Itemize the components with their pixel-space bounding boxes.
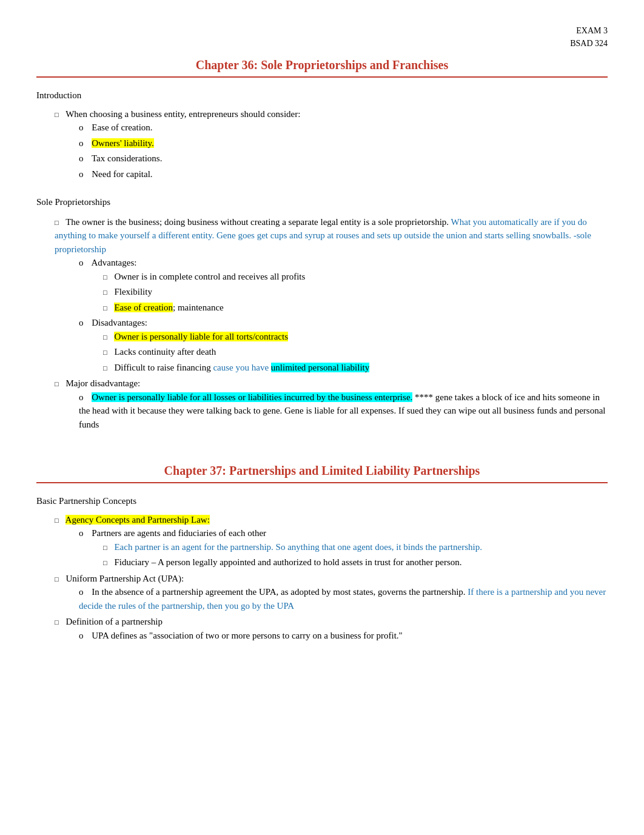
item-raise-financing: Difficult to raise financing cause you h… <box>103 361 608 375</box>
item-agency-concepts: Agency Concepts and Partnership Law: Par… <box>55 513 608 569</box>
item-definition-partnership: Definition of a partnership UPA defines … <box>55 615 608 642</box>
owners-liability-text: Owners' liability. <box>92 138 154 148</box>
ease-creation-highlighted: Ease of creation <box>114 303 173 312</box>
exam-line2: BSAD 324 <box>570 39 608 48</box>
item-advantages: Advantages: Owner is in complete control… <box>79 256 608 314</box>
section-partnership-concepts: Basic Partnership Concepts <box>36 494 608 508</box>
exam-line1: EXAM 3 <box>576 26 608 35</box>
introduction-list: When choosing a business entity, entrepr… <box>55 107 608 181</box>
partners-agents-subitems: Each partner is an agent for the partner… <box>103 540 608 569</box>
list-item-business-entity: When choosing a business entity, entrepr… <box>55 107 608 181</box>
advantages-label: Advantages: <box>91 258 136 267</box>
section-introduction: Introduction <box>36 89 608 102</box>
item-disadvantages: Disadvantages: Owner is personally liabl… <box>79 316 608 374</box>
personally-liable-text: Owner is personally liable for all torts… <box>114 332 288 341</box>
item-continuity: Lacks continuity after death <box>103 345 608 359</box>
section-sole-proprietorships: Sole Proprietorships <box>36 195 608 209</box>
item-fiduciary-def: Fiduciary – A person legally appointed a… <box>103 555 608 569</box>
chapter37-title: Chapter 37: Partnerships and Limited Lia… <box>36 461 608 483</box>
item-upa: Uniform Partnership Act (UPA): In the ab… <box>55 572 608 613</box>
disadvantages-label: Disadvantages: <box>92 318 147 327</box>
item-partners-agents: Partners are agents and fiduciaries of e… <box>79 526 608 569</box>
major-disadvantage-subitems: Owner is personally liable for all losse… <box>79 391 608 432</box>
item-ease-of-creation: Ease of creation. <box>79 121 608 135</box>
item-sole-prop-definition: The owner is the business; doing busines… <box>55 215 608 375</box>
advantages-disadvantages-list: Advantages: Owner is in complete control… <box>79 256 608 374</box>
upa-subitems: In the absence of a partnership agreemen… <box>79 585 608 612</box>
item-control-profits: Owner is in complete control and receive… <box>103 270 608 284</box>
item-major-disadvantage: Major disadvantage: Owner is personally … <box>55 377 608 431</box>
item-flexibility: Flexibility <box>103 285 608 299</box>
business-entity-subitems: Ease of creation. Owners' liability. Tax… <box>79 121 608 181</box>
unlimited-personal-liability-text: unlimited personal liability <box>271 363 369 372</box>
item-owner-liable-losses: Owner is personally liable for all losse… <box>79 391 608 432</box>
item-owners-liability: Owners' liability. <box>79 136 608 150</box>
disadvantages-items: Owner is personally liable for all torts… <box>103 330 608 375</box>
item-need-for-capital: Need for capital. <box>79 167 608 181</box>
item-upa-governs: In the absence of a partnership agreemen… <box>79 585 608 612</box>
owner-liable-losses-text: Owner is personally liable for all losse… <box>92 392 412 402</box>
chapter36-title: Chapter 36: Sole Proprietorships and Fra… <box>36 56 608 78</box>
upa-plain-text: In the absence of a partnership agreemen… <box>92 587 468 597</box>
item-tax-considerations: Tax considerations. <box>79 152 608 166</box>
agency-concepts-text: Agency Concepts and Partnership Law: <box>65 515 210 525</box>
item-each-partner-agent: Each partner is an agent for the partner… <box>103 540 608 554</box>
agency-subitems: Partners are agents and fiduciaries of e… <box>79 526 608 569</box>
cause-you-have-text: cause you have <box>213 363 270 372</box>
exam-header: EXAM 3 BSAD 324 <box>36 24 608 50</box>
each-partner-agent-text: Each partner is an agent for the partner… <box>114 542 482 552</box>
partnership-concepts-list: Agency Concepts and Partnership Law: Par… <box>55 513 608 643</box>
item-ease-creation-maintenance: Ease of creation; maintenance <box>103 301 608 315</box>
sole-prop-plain-text: The owner is the business; doing busines… <box>65 217 449 227</box>
sole-proprietorships-list: The owner is the business; doing busines… <box>55 215 608 432</box>
item-personally-liable-torts: Owner is personally liable for all torts… <box>103 330 608 344</box>
advantages-items: Owner is in complete control and receive… <box>103 270 608 315</box>
item-upa-defines: UPA defines as "association of two or mo… <box>79 629 608 643</box>
definition-subitems: UPA defines as "association of two or mo… <box>79 629 608 643</box>
